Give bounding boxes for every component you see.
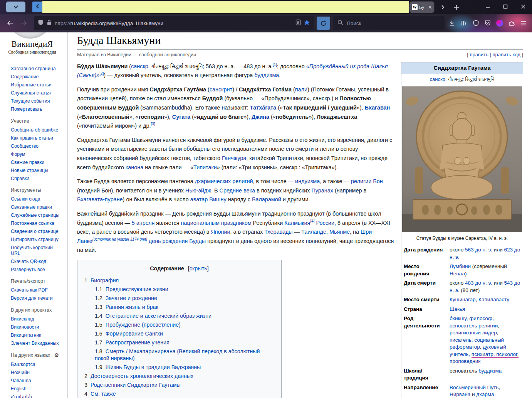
toc-item[interactable]: 1.1Предшествующие жизни — [95, 286, 274, 293]
wiki-link[interactable]: Пуранах — [311, 187, 333, 194]
sidebar-link[interactable]: Башҡортса — [11, 362, 64, 368]
wikipedia-wordmark[interactable]: ВикипедиЯ — [0, 39, 64, 49]
extensions-puzzle-icon[interactable] — [506, 17, 517, 29]
sidebar-link[interactable]: Содержание — [11, 74, 64, 80]
minimize-button[interactable] — [479, 0, 497, 13]
wiki-link[interactable]: канона — [126, 164, 144, 170]
lock-icon[interactable] — [46, 19, 52, 27]
browser-tab[interactable]: W Бу — [409, 2, 434, 13]
toc-item[interactable]: 1.5Пробуждение (просветление) — [95, 321, 274, 328]
back-button[interactable] — [4, 17, 16, 29]
profile-avatar[interactable] — [494, 17, 505, 29]
wiki-link[interactable]: Баларамой — [252, 196, 281, 202]
wiki-link[interactable]: Японии — [211, 229, 230, 235]
wiki-link[interactable]: проповедник — [450, 358, 480, 364]
toc-item[interactable]: 3Родственники Сиддхартхи Гаутамы — [84, 381, 274, 388]
toc-item[interactable]: 1.2Зачатие и рождение — [95, 295, 274, 302]
wiki-link[interactable]: Кушинагар — [450, 297, 476, 302]
tab-close-icon[interactable] — [428, 5, 432, 9]
wiki-link[interactable]: Лумбини — [450, 263, 471, 269]
sidebar-link[interactable]: Нохчийн — [11, 370, 64, 376]
toc-item[interactable]: 2Достоверность хронологических данных — [84, 373, 274, 379]
wiki-link[interactable]: дхармических религий — [195, 178, 253, 184]
scroll-tabs-left-button[interactable] — [32, 2, 42, 12]
wiki-link[interactable]: Таиланде — [301, 229, 326, 235]
sidebar-link[interactable]: Հայերեն — [11, 394, 64, 398]
wiki-link[interactable]: Ганчжура — [222, 155, 246, 161]
wiki-link[interactable]: Нирвана — [450, 391, 470, 397]
sidebar-link[interactable]: Новые страницы — [11, 168, 64, 174]
wiki-link[interactable]: [источник не указан 3174 дня] — [92, 237, 147, 241]
wiki-link[interactable]: религиозный лидер — [450, 330, 497, 336]
wiki-link[interactable]: Вишну — [209, 196, 226, 202]
wiki-link[interactable]: психолог — [496, 351, 517, 358]
wiki-link[interactable]: национальным праздником — [181, 220, 252, 226]
new-tab-button[interactable] — [451, 2, 462, 12]
sidebar-link[interactable]: Связанные правки — [11, 204, 64, 210]
wiki-link[interactable]: 483 до н. э. — [465, 280, 492, 286]
wiki-link[interactable]: санскр. — [430, 76, 447, 82]
sidebar-link[interactable]: Избранные статьи — [11, 82, 64, 88]
toc-item[interactable]: 1.8Смерть / Махапаринирвана (Великий пер… — [95, 348, 274, 362]
toc-item[interactable]: 4См. также — [84, 390, 274, 397]
search-input[interactable]: Поиск — [347, 20, 361, 26]
wiki-link[interactable]: [3] — [151, 122, 155, 126]
forward-button[interactable] — [18, 17, 30, 29]
wiki-link[interactable]: [1] — [273, 62, 277, 67]
wiki-link[interactable]: править код — [492, 52, 520, 57]
library-icon[interactable] — [458, 17, 469, 29]
toc-item[interactable]: 1Биография — [84, 277, 274, 284]
sidebar-link[interactable]: Случайная статья — [11, 90, 64, 96]
wiki-link[interactable]: санскр. — [131, 63, 150, 69]
bookmark-star-icon[interactable] — [304, 19, 310, 27]
sidebar-link[interactable]: Форум — [11, 152, 64, 157]
reload-button[interactable] — [317, 17, 330, 30]
sidebar-link[interactable]: Служебные страницы — [11, 212, 64, 218]
wiki-link[interactable]: санскрит — [210, 86, 232, 93]
shield-icon[interactable] — [38, 19, 44, 27]
wiki-link[interactable]: основатель религии — [450, 323, 498, 329]
scroll-tabs-right-button[interactable] — [438, 3, 448, 12]
sidebar-link[interactable]: Развернуть всё — [11, 267, 64, 273]
wiki-link[interactable]: психиатр — [472, 351, 493, 358]
close-window-button[interactable] — [514, 0, 532, 13]
wiki-link[interactable]: Капилавасту — [478, 297, 509, 302]
sidebar-link[interactable]: Ссылки сюда — [11, 196, 64, 202]
wiki-link[interactable]: Нью-эйдж — [185, 187, 211, 194]
sidebar-link[interactable]: Версия для печати — [11, 295, 64, 301]
wiki-link[interactable]: править — [470, 52, 488, 57]
wiki-link[interactable]: 563 до н. э. — [465, 247, 492, 253]
sidebar-link[interactable]: Пожертвовать — [11, 106, 64, 112]
sidebar-link[interactable]: Викицитатник — [11, 332, 64, 338]
account-shield-icon[interactable] — [470, 17, 481, 29]
sidebar-link[interactable]: Справка — [11, 176, 64, 182]
maximize-button[interactable] — [497, 0, 514, 13]
wiki-link[interactable]: Бхагавата-пуране — [77, 196, 123, 202]
sidebar-link[interactable]: Викиновости — [11, 324, 64, 330]
sidebar-link[interactable]: Чӑвашла — [11, 378, 64, 384]
wiki-link[interactable]: пали — [295, 86, 307, 93]
wiki-link[interactable]: Джина — [252, 114, 269, 120]
wiki-link[interactable]: день рождения Будды — [149, 238, 206, 244]
buddha-statue-image[interactable] — [402, 86, 522, 232]
wiki-link[interactable]: [2] — [99, 71, 104, 76]
toc-item[interactable]: 1.7Распространение учения — [95, 339, 274, 346]
sidebar-link[interactable]: Получить короткий URL — [11, 245, 64, 256]
wiki-link[interactable]: [4] — [310, 219, 314, 223]
wiki-link[interactable]: философ — [469, 315, 492, 321]
sidebar-link[interactable]: Цитировать страницу — [11, 237, 64, 243]
wiki-link[interactable]: Татха́гата — [250, 105, 277, 111]
downloads-icon[interactable] — [446, 17, 457, 29]
wiki-link[interactable]: Шакья — [450, 306, 465, 312]
sidebar-link[interactable]: Скачать как PDF — [11, 287, 64, 293]
wiki-link[interactable]: России — [316, 220, 334, 226]
sidebar-link[interactable]: Как править статьи — [11, 135, 64, 141]
gear-icon[interactable]: ⚙ — [54, 352, 59, 358]
toc-hide-toggle[interactable]: [скрыть] — [188, 265, 209, 272]
wiki-link[interactable]: Типитаки — [193, 164, 217, 170]
sidebar-link[interactable]: Заглавная страница — [11, 66, 64, 72]
sidebar-link[interactable]: Сведения о странице — [11, 229, 64, 234]
wiki-link[interactable]: религии Бон — [351, 178, 383, 184]
menu-icon[interactable] — [518, 17, 529, 29]
wiki-link[interactable]: Восьмеричный Путь — [450, 385, 498, 390]
